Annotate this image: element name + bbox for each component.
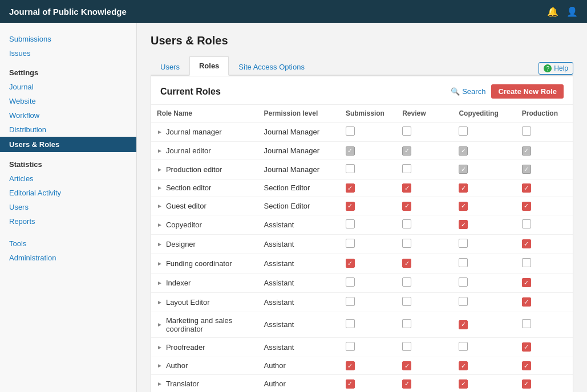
copyediting-checkbox[interactable]: ✓ [453,179,516,197]
production-checkbox[interactable]: ✓ [516,273,573,292]
review-checkbox[interactable] [396,122,453,142]
sidebar-item-reports[interactable]: Reports [0,214,136,228]
help-button[interactable]: ? Help [539,62,573,75]
production-checkbox[interactable] [516,122,573,142]
expand-icon[interactable]: ► [157,260,163,267]
submission-checkbox[interactable]: ✓ [340,375,396,393]
review-checkbox[interactable]: ✓ [396,254,453,273]
production-checkbox[interactable]: ✓ [516,142,573,160]
expand-icon[interactable]: ► [157,321,163,328]
expand-icon[interactable]: ► [157,129,163,135]
table-row: ►IndexerAssistant✓ [151,273,573,292]
table-row: ►Funding coordinatorAssistant✓✓ [151,254,573,273]
permission-level: Assistant [258,234,340,254]
copyediting-checkbox[interactable]: ✓ [453,197,516,215]
review-checkbox[interactable] [396,292,453,312]
expand-icon[interactable]: ► [157,222,163,228]
submission-checkbox[interactable] [340,234,396,254]
review-checkbox[interactable] [396,160,453,179]
review-checkbox[interactable] [396,337,453,357]
expand-icon[interactable]: ► [157,381,163,387]
tab-roles[interactable]: Roles [189,56,229,76]
table-row: ►Marketing and sales coordinatorAssistan… [151,312,573,337]
production-checkbox[interactable]: ✓ [516,375,573,393]
expand-icon[interactable]: ► [157,148,163,154]
production-checkbox[interactable]: ✓ [516,179,573,197]
review-checkbox[interactable]: ✓ [396,197,453,215]
sidebar: Submissions Issues Settings Journal Webs… [0,23,137,392]
review-checkbox[interactable] [396,215,453,234]
submission-checkbox[interactable]: ✓ [340,197,396,215]
review-checkbox[interactable]: ✓ [396,179,453,197]
submission-checkbox[interactable] [340,215,396,234]
sidebar-item-articles[interactable]: Articles [0,172,136,186]
copyediting-checkbox[interactable] [453,273,516,292]
sidebar-item-website[interactable]: Website [0,94,136,108]
tab-users[interactable]: Users [151,58,189,76]
sidebar-item-journal[interactable]: Journal [0,80,136,94]
production-checkbox[interactable] [516,312,573,337]
expand-icon[interactable]: ► [157,185,163,191]
sidebar-item-administration[interactable]: Administration [0,251,136,265]
search-button[interactable]: 🔍 Search [451,87,485,96]
expand-icon[interactable]: ► [157,344,163,350]
permission-level: Assistant [258,292,340,312]
review-checkbox[interactable] [396,312,453,337]
review-checkbox[interactable]: ✓ [396,142,453,160]
sidebar-item-distribution[interactable]: Distribution [0,122,136,137]
production-checkbox[interactable]: ✓ [516,234,573,254]
submission-checkbox[interactable] [340,337,396,357]
review-checkbox[interactable] [396,273,453,292]
submission-checkbox[interactable]: ✓ [340,179,396,197]
submission-checkbox[interactable]: ✓ [340,142,396,160]
notification-icon[interactable]: 🔔 [547,6,558,17]
submission-checkbox[interactable] [340,312,396,337]
review-checkbox[interactable] [396,234,453,254]
user-icon[interactable]: 👤 [566,6,578,17]
submission-checkbox[interactable]: ✓ [340,254,396,273]
production-checkbox[interactable] [516,254,573,273]
expand-icon[interactable]: ► [157,241,163,247]
copyediting-checkbox[interactable]: ✓ [453,312,516,337]
production-checkbox[interactable]: ✓ [516,160,573,179]
copyediting-checkbox[interactable] [453,337,516,357]
submission-checkbox[interactable] [340,292,396,312]
copyediting-checkbox[interactable] [453,292,516,312]
copyediting-checkbox[interactable] [453,234,516,254]
expand-icon[interactable]: ► [157,280,163,286]
sidebar-item-workflow[interactable]: Workflow [0,108,136,122]
sidebar-item-submissions[interactable]: Submissions [0,32,136,46]
copyediting-checkbox[interactable]: ✓ [453,215,516,234]
sidebar-item-editorial-activity[interactable]: Editorial Activity [0,186,136,200]
submission-checkbox[interactable] [340,273,396,292]
review-checkbox[interactable]: ✓ [396,375,453,393]
sidebar-item-issues[interactable]: Issues [0,46,136,60]
create-new-role-button[interactable]: Create New Role [491,84,564,99]
tab-site-access[interactable]: Site Access Options [229,58,314,76]
expand-icon[interactable]: ► [157,362,163,369]
expand-icon[interactable]: ► [157,203,163,209]
copyediting-checkbox[interactable]: ✓ [453,160,516,179]
submission-checkbox[interactable] [340,160,396,179]
role-name: Translator [166,379,199,388]
role-name: Layout Editor [166,298,210,307]
production-checkbox[interactable] [516,215,573,234]
production-checkbox[interactable]: ✓ [516,337,573,357]
expand-icon[interactable]: ► [157,166,163,173]
copyediting-checkbox[interactable]: ✓ [453,142,516,160]
expand-icon[interactable]: ► [157,299,163,305]
copyediting-checkbox[interactable] [453,254,516,273]
sidebar-item-tools[interactable]: Tools [0,236,136,251]
sidebar-item-users[interactable]: Users [0,200,136,214]
table-row: ►AuthorAuthor✓✓✓✓ [151,357,573,375]
submission-checkbox[interactable]: ✓ [340,357,396,375]
production-checkbox[interactable]: ✓ [516,357,573,375]
sidebar-item-users-roles[interactable]: Users & Roles [0,137,136,152]
review-checkbox[interactable]: ✓ [396,357,453,375]
copyediting-checkbox[interactable] [453,122,516,142]
production-checkbox[interactable]: ✓ [516,292,573,312]
copyediting-checkbox[interactable]: ✓ [453,357,516,375]
submission-checkbox[interactable] [340,122,396,142]
production-checkbox[interactable]: ✓ [516,197,573,215]
copyediting-checkbox[interactable]: ✓ [453,375,516,393]
